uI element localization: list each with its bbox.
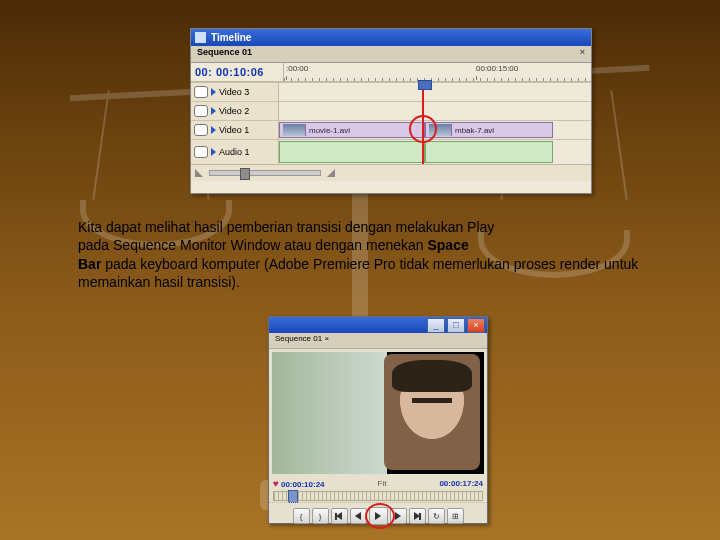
expand-icon[interactable] [211, 126, 216, 134]
monitor-sequence-tab[interactable]: Sequence 01 × [269, 333, 487, 349]
monitor-video-preview[interactable] [272, 352, 484, 474]
sequence-tab-label: Sequence 01 [197, 47, 252, 57]
step-back-button[interactable] [350, 508, 367, 524]
monitor-fit-dropdown[interactable]: Fit [378, 479, 387, 488]
ruler-tick-15s: 00:00:15:00 [476, 64, 518, 73]
annotation-circle-transition [409, 115, 437, 143]
paragraph-text: pada keyboard komputer (Adobe Premiere P… [78, 256, 638, 290]
zoom-slider[interactable] [209, 170, 321, 176]
current-timecode[interactable]: 00: 00:10:06 [191, 66, 283, 78]
timeline-title: Timeline [211, 32, 251, 43]
maximize-button[interactable]: □ [447, 318, 465, 333]
set-out-button[interactable]: } [312, 508, 329, 524]
track-name: Audio 1 [219, 147, 250, 157]
time-ruler[interactable]: :00:00 00:00:15:00 [283, 63, 591, 81]
track-header-video3[interactable]: Video 3 [191, 82, 279, 101]
space-key-label: Space [427, 237, 468, 253]
expand-icon[interactable] [211, 107, 216, 115]
monitor-current-tc[interactable]: ♥00:00:10:24 [273, 478, 325, 489]
eye-icon[interactable] [194, 86, 208, 98]
eye-icon[interactable] [194, 105, 208, 117]
clip-label: movie-1.avi [309, 126, 350, 135]
timeline-window: Timeline Sequence 01 × 00: 00:10:06 :00:… [190, 28, 592, 194]
track-header-audio1[interactable]: Audio 1 [191, 139, 279, 164]
audio-clip-right[interactable] [425, 141, 553, 163]
close-button[interactable]: × [467, 318, 485, 333]
zoom-in-icon[interactable] [327, 169, 335, 177]
bar-key-label: Bar [78, 256, 101, 272]
expand-icon[interactable] [211, 88, 216, 96]
track-name: Video 2 [219, 106, 249, 116]
preview-face-image [384, 354, 480, 470]
zoom-out-icon[interactable] [195, 169, 203, 177]
paragraph-text: Kita dapat melihat hasil pemberian trans… [78, 219, 494, 235]
clip-thumbnail [283, 124, 306, 136]
track-header-video1[interactable]: Video 1 [191, 120, 279, 139]
monitor-scrub-bar[interactable] [273, 491, 483, 501]
track-area[interactable]: movie-1.avi mbak-7.avi [279, 82, 591, 164]
audio-clip-left[interactable] [279, 141, 425, 163]
monitor-duration-tc: 00:00:17:24 [439, 479, 483, 488]
loop-button[interactable]: ↻ [428, 508, 445, 524]
monitor-transport-controls: { } ↻ ⊞ [269, 502, 487, 529]
minimize-button[interactable]: _ [427, 318, 445, 333]
sequence-monitor-window: _ □ × Sequence 01 × ♥00:00:10:24 Fit 00:… [268, 316, 488, 524]
paragraph-text: pada Sequence Monitor Window atau dengan… [78, 237, 427, 253]
video-clip-left[interactable]: movie-1.avi [279, 122, 425, 138]
set-in-button[interactable]: { [293, 508, 310, 524]
video-clip-right[interactable]: mbak-7.avi [425, 122, 553, 138]
annotation-circle-play [365, 503, 395, 529]
monitor-titlebar[interactable]: _ □ × [269, 317, 487, 333]
sequence-tab[interactable]: Sequence 01 × [191, 46, 591, 63]
speaker-icon[interactable] [194, 146, 208, 158]
goto-in-button[interactable] [331, 508, 348, 524]
monitor-tab-label: Sequence 01 [275, 334, 322, 343]
expand-icon[interactable] [211, 148, 216, 156]
window-icon [195, 32, 206, 43]
eye-icon[interactable] [194, 124, 208, 136]
clip-label: mbak-7.avi [455, 126, 494, 135]
slide-paragraph: Kita dapat melihat hasil pemberian trans… [78, 218, 660, 292]
track-name: Video 1 [219, 125, 249, 135]
timeline-titlebar[interactable]: Timeline [191, 29, 591, 46]
ruler-tick-start: :00:00 [286, 64, 308, 73]
timeline-zoom-bar [191, 164, 591, 181]
track-header-video2[interactable]: Video 2 [191, 101, 279, 120]
track-name: Video 3 [219, 87, 249, 97]
close-tab-icon[interactable]: × [580, 47, 585, 57]
goto-out-button[interactable] [409, 508, 426, 524]
safe-margins-button[interactable]: ⊞ [447, 508, 464, 524]
